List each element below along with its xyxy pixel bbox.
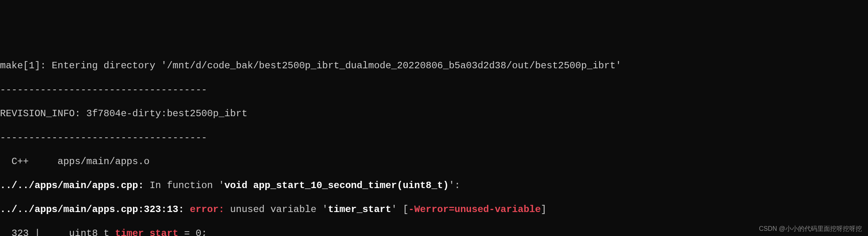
highlighted-variable: timer_start (115, 228, 178, 236)
output-line: make[1]: Entering directory '/mnt/d/code… (0, 60, 868, 72)
warning-flag: -Werror=unused-variable (409, 204, 541, 215)
error-label: error: (184, 204, 230, 215)
terminal-output[interactable]: make[1]: Entering directory '/mnt/d/code… (0, 48, 868, 236)
text: ] (541, 204, 546, 215)
source-line: 323 | uint8_t timer_start = 0; (0, 228, 868, 236)
variable-name: timer_start (328, 204, 391, 215)
text: ': (449, 180, 460, 191)
error-line: ../../apps/main/apps.cpp:323:13: error: … (0, 204, 868, 216)
text: 323 | uint8_t (0, 228, 115, 236)
text: In function ' (144, 180, 224, 191)
revision-info: REVISION_INFO: 3f7804e-dirty:best2500p_i… (0, 108, 868, 120)
text: = 0; (178, 228, 207, 236)
directory-path: /mnt/d/code_bak/best2500p_ibrt_dualmode_… (167, 60, 616, 71)
text: unused variable ' (230, 204, 328, 215)
separator-line: ------------------------------------ (0, 84, 868, 96)
file-location: ../../apps/main/apps.cpp:323:13: (0, 204, 184, 215)
compile-line: C++ apps/main/apps.o (0, 156, 868, 168)
text: ' (616, 60, 621, 71)
function-context: ../../apps/main/apps.cpp: In function 'v… (0, 180, 868, 192)
function-signature: void app_start_10_second_timer(uint8_t) (224, 180, 449, 191)
separator-line: ------------------------------------ (0, 132, 868, 144)
file-location: ../../apps/main/apps.cpp: (0, 180, 144, 191)
watermark: CSDN @小小的代码里面挖呀挖呀挖 (759, 225, 862, 233)
text: ' [ (391, 204, 408, 215)
text: make[1]: Entering directory ' (0, 60, 167, 71)
